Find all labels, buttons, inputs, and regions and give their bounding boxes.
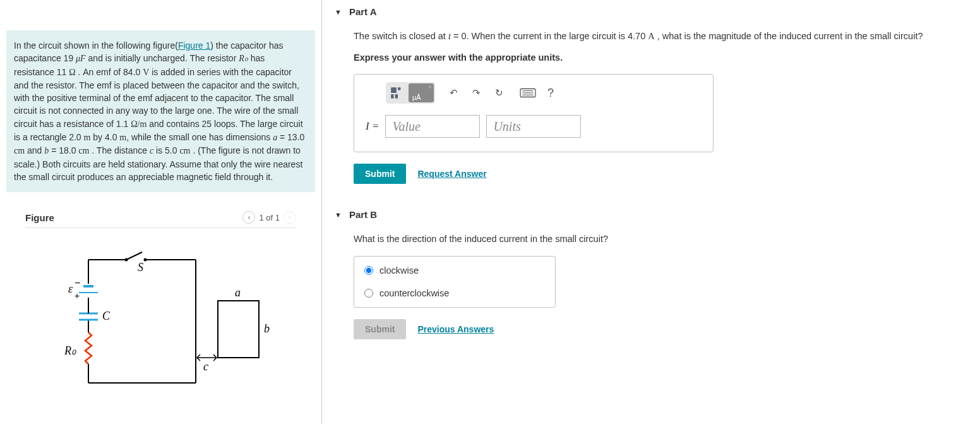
figure-link[interactable]: Figure 1 bbox=[178, 40, 210, 51]
part-b-question: What is the direction of the induced cur… bbox=[354, 233, 967, 245]
text: = 0. When the current in the large circu… bbox=[451, 31, 648, 41]
svg-point-2 bbox=[125, 258, 128, 262]
unit-ohm: Ω bbox=[69, 68, 75, 77]
radio-clockwise[interactable] bbox=[364, 266, 373, 275]
help-icon[interactable]: ? bbox=[540, 83, 561, 102]
emf-label: ε bbox=[68, 282, 73, 295]
switch-label: S bbox=[138, 261, 143, 274]
radio-panel: clockwise counterclockwise bbox=[354, 256, 556, 308]
problem-statement: In the circuit shown in the following fi… bbox=[6, 30, 315, 192]
option-label: clockwise bbox=[379, 265, 419, 276]
svg-rect-19 bbox=[391, 94, 393, 99]
left-column: In the circuit shown in the following fi… bbox=[0, 0, 322, 424]
part-b-submit-row: Submit Previous Answers bbox=[354, 319, 967, 339]
templates-icon[interactable] bbox=[387, 83, 409, 102]
text: and bbox=[25, 145, 44, 155]
answer-row: I = bbox=[366, 115, 702, 138]
a-label: a bbox=[235, 286, 241, 299]
text: and is initially uncharged. The resistor bbox=[86, 53, 239, 63]
keyboard-icon[interactable] bbox=[517, 83, 539, 102]
part-b-body: What is the direction of the induced cur… bbox=[335, 226, 967, 351]
part-b-header[interactable]: ▼ Part B bbox=[335, 203, 967, 226]
answer-label: I = bbox=[366, 120, 379, 133]
r0-symbol: R₀ bbox=[239, 54, 248, 63]
figure-prev-button[interactable]: ‹ bbox=[242, 211, 255, 224]
figure-title: Figure bbox=[25, 212, 54, 223]
svg-rect-17 bbox=[391, 88, 397, 94]
unit-cm: cm bbox=[14, 146, 25, 155]
unit-v: V bbox=[143, 68, 149, 77]
value-input[interactable] bbox=[385, 115, 480, 138]
text: = 18.0 bbox=[49, 145, 78, 155]
minus-label: − bbox=[75, 277, 80, 288]
figure-image: S R₀ C + bbox=[25, 228, 296, 401]
svg-line-1 bbox=[126, 252, 142, 260]
figure-nav: ‹ 1 of 1 › bbox=[242, 211, 296, 224]
part-a-body: The switch is closed at t = 0. When the … bbox=[335, 23, 967, 197]
answer-input-panel: μÅ ○ ↶ ↷ ↻ ? I = bbox=[354, 74, 714, 152]
amp-unit: A bbox=[648, 31, 654, 41]
units-input[interactable] bbox=[486, 115, 581, 138]
plus-label: + bbox=[75, 291, 80, 301]
undo-icon[interactable]: ↶ bbox=[443, 83, 464, 102]
text: . An emf of 84.0 bbox=[76, 67, 143, 77]
text: = 13.0 bbox=[277, 132, 304, 142]
text: The switch is closed at bbox=[354, 31, 448, 41]
b-label: b bbox=[264, 322, 270, 335]
units-tool-icon[interactable]: μÅ ○ bbox=[409, 83, 434, 102]
c-label: c bbox=[203, 360, 208, 373]
text: In the circuit shown in the following fi… bbox=[14, 40, 178, 51]
collapse-icon: ▼ bbox=[335, 211, 342, 219]
figure-section: Figure ‹ 1 of 1 › S bbox=[6, 211, 315, 401]
radio-counterclockwise[interactable] bbox=[364, 289, 373, 298]
text: . The distance bbox=[89, 145, 149, 155]
unit-ohm-m: Ω/m bbox=[131, 119, 146, 129]
unit-m: m bbox=[84, 133, 91, 142]
capacitor-label: C bbox=[102, 310, 111, 322]
part-a-question: The switch is closed at t = 0. When the … bbox=[354, 30, 967, 42]
unit-cm: cm bbox=[78, 146, 89, 155]
input-toolbar: μÅ ○ ↶ ↷ ↻ ? bbox=[366, 82, 702, 104]
submit-button[interactable]: Submit bbox=[354, 164, 406, 184]
submit-button-disabled: Submit bbox=[354, 319, 406, 339]
svg-rect-15 bbox=[218, 301, 259, 358]
tool-group-format: μÅ ○ bbox=[386, 82, 435, 104]
text: , what is the magnitude of the induced c… bbox=[655, 31, 923, 41]
collapse-icon: ▼ bbox=[335, 8, 342, 16]
previous-answers-link[interactable]: Previous Answers bbox=[417, 324, 494, 334]
unit-m: m bbox=[119, 133, 126, 142]
option-label: counterclockwise bbox=[379, 288, 449, 298]
part-a-header[interactable]: ▼ Part A bbox=[335, 0, 967, 23]
unit-uf: μF bbox=[76, 54, 86, 63]
request-answer-link[interactable]: Request Answer bbox=[417, 169, 486, 179]
svg-rect-20 bbox=[395, 94, 398, 99]
figure-header: Figure ‹ 1 of 1 › bbox=[25, 211, 296, 228]
text: is 5.0 bbox=[153, 145, 179, 155]
right-column: ▼ Part A The switch is closed at t = 0. … bbox=[322, 0, 980, 424]
text: , while the small one has dimensions bbox=[126, 132, 273, 142]
redo-icon[interactable]: ↷ bbox=[465, 83, 487, 102]
part-a-submit-row: Submit Request Answer bbox=[354, 164, 967, 184]
reset-icon[interactable]: ↻ bbox=[488, 83, 510, 102]
part-a-title: Part A bbox=[349, 6, 377, 17]
option-clockwise[interactable]: clockwise bbox=[354, 259, 555, 282]
r0-label: R₀ bbox=[64, 344, 76, 357]
option-counterclockwise[interactable]: counterclockwise bbox=[354, 282, 555, 305]
figure-next-button[interactable]: › bbox=[284, 211, 296, 224]
text: by 4.0 bbox=[90, 132, 119, 142]
figure-page-indicator: 1 of 1 bbox=[259, 213, 280, 222]
svg-rect-18 bbox=[398, 88, 400, 90]
part-a-instruction: Express your answer with the appropriate… bbox=[354, 52, 967, 63]
part-b-title: Part B bbox=[349, 209, 377, 220]
unit-cm: cm bbox=[179, 146, 190, 155]
